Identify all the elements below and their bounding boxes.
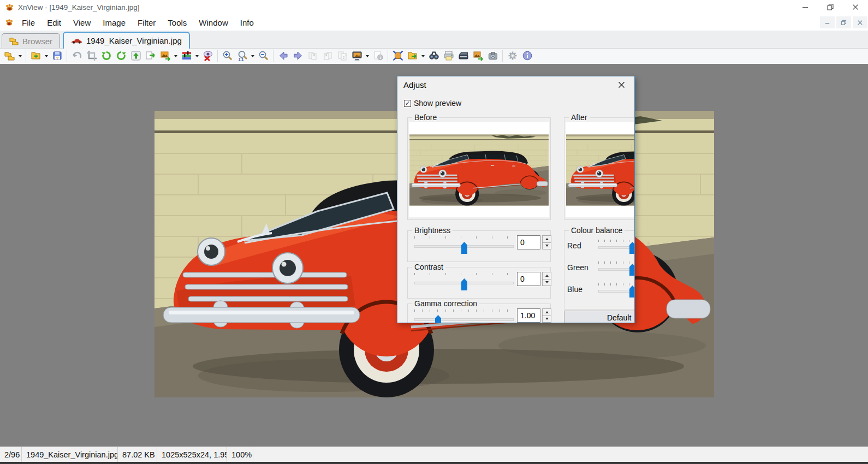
- gamma-correction-slider-track[interactable]: [414, 318, 514, 321]
- default-button[interactable]: Default: [564, 311, 635, 323]
- status-segment: 2/96: [0, 447, 22, 462]
- brightness-spin-down-button[interactable]: [542, 242, 551, 250]
- previous-image-icon: [278, 50, 289, 61]
- scan-button[interactable]: [456, 49, 471, 62]
- slideshow-button[interactable]: [349, 49, 364, 62]
- gamma-correction-slider-thumb[interactable]: [435, 315, 441, 323]
- rotate-left-button[interactable]: [99, 49, 114, 62]
- print-icon: [443, 50, 454, 61]
- page-select-button[interactable]: 23: [335, 49, 349, 62]
- rotate-right-button[interactable]: [114, 49, 128, 62]
- contrast-ticks: [414, 273, 508, 275]
- brightness-slider-thumb[interactable]: [461, 242, 467, 254]
- gamma-correction-value-input[interactable]: [517, 308, 540, 323]
- status-segment: 1025x525x24, 1.95: [157, 447, 227, 462]
- zoom-1-1-dropdown[interactable]: [249, 49, 256, 62]
- zoom-out-button[interactable]: [256, 49, 271, 62]
- color-adjust-dropdown[interactable]: [194, 49, 200, 62]
- brightness-value-input[interactable]: [517, 235, 540, 249]
- search-icon: [429, 50, 439, 61]
- undo-button[interactable]: [69, 49, 84, 62]
- brightness-spin-up-button[interactable]: [542, 235, 551, 243]
- mdi-minimize-button[interactable]: [820, 16, 835, 28]
- window-title: XnView - [1949_Kaiser_Virginian.jpg]: [18, 3, 139, 11]
- batch-convert-button[interactable]: [158, 49, 173, 62]
- close-button[interactable]: [843, 0, 868, 14]
- green-slider-track[interactable]: [598, 268, 635, 271]
- tab-browser[interactable]: Browser: [2, 33, 60, 48]
- mdi-close-button[interactable]: [853, 16, 867, 28]
- convert-button[interactable]: [143, 49, 158, 62]
- chevron-down-icon: [251, 55, 254, 59]
- about-button[interactable]: [520, 49, 534, 62]
- last-image-button[interactable]: [320, 49, 335, 62]
- tab-1949-kaiser-virginian-jpg[interactable]: 1949_Kaiser_Virginian.jpg: [63, 32, 190, 49]
- maximize-button[interactable]: [818, 0, 843, 14]
- move-up-button[interactable]: [128, 49, 143, 62]
- adjust-dialog: Adjust ✓ Show preview Before After Brigh…: [397, 76, 635, 323]
- save-button[interactable]: ?: [50, 49, 64, 62]
- zoom-in-button[interactable]: [220, 49, 235, 62]
- down-arrow-icon: [545, 245, 549, 248]
- green-slider-thumb[interactable]: [629, 264, 635, 276]
- red-slider-thumb[interactable]: [629, 242, 635, 254]
- adjust-dialog-close-icon[interactable]: [616, 79, 627, 90]
- blue-slider-thumb[interactable]: [629, 285, 635, 298]
- contrast-value-input[interactable]: [517, 272, 540, 286]
- mdi-restore-button[interactable]: [836, 16, 851, 28]
- open-folder-dropdown[interactable]: [43, 49, 50, 62]
- contrast-slider-thumb[interactable]: [461, 278, 467, 290]
- title-bar: XnView - [1949_Kaiser_Virginian.jpg]: [0, 0, 868, 14]
- open-folder-button[interactable]: [28, 49, 43, 62]
- gamma-correction-spin-down-button[interactable]: [542, 316, 551, 323]
- next-image-button[interactable]: [290, 49, 305, 62]
- gamma-correction-spin-up-button[interactable]: [542, 308, 551, 316]
- menu-edit[interactable]: Edit: [41, 14, 67, 31]
- first-image-button[interactable]: [305, 49, 320, 62]
- zoom-1-1-button[interactable]: 1:1: [235, 49, 249, 62]
- previous-image-button[interactable]: [276, 49, 290, 62]
- crop-button[interactable]: [84, 49, 99, 62]
- show-preview-checkbox[interactable]: ✓: [404, 100, 411, 107]
- after-group: After: [564, 117, 635, 220]
- export-image-button[interactable]: [471, 49, 485, 62]
- red-slider-track[interactable]: [598, 246, 635, 249]
- slideshow-dropdown[interactable]: [364, 49, 371, 62]
- contrast-spin-down-button[interactable]: [542, 279, 551, 287]
- settings-button[interactable]: [505, 49, 520, 62]
- menu-info[interactable]: Info: [234, 14, 260, 31]
- status-segment-empty: [253, 447, 868, 462]
- capture-button[interactable]: [485, 49, 500, 62]
- adjust-dialog-titlebar[interactable]: Adjust: [397, 76, 634, 93]
- chevron-down-icon: [421, 55, 425, 59]
- down-arrow-icon: [545, 281, 549, 285]
- batch-convert-dropdown[interactable]: [173, 49, 179, 62]
- open-with-dropdown[interactable]: [420, 49, 426, 62]
- menu-filter[interactable]: Filter: [132, 14, 162, 31]
- gamma-correction-ticks: [414, 310, 508, 312]
- open-with-button[interactable]: [405, 49, 420, 62]
- menu-view[interactable]: View: [67, 14, 97, 31]
- menu-file[interactable]: File: [16, 14, 41, 31]
- browser-tree-button[interactable]: [2, 49, 17, 62]
- file-info-button[interactable]: i: [371, 49, 385, 62]
- minimize-button[interactable]: [793, 0, 818, 14]
- document-logo-icon: [5, 18, 14, 27]
- search-button[interactable]: [426, 49, 441, 62]
- menu-window[interactable]: Window: [193, 14, 234, 31]
- svg-text:1:1: 1:1: [238, 57, 243, 61]
- menu-image[interactable]: Image: [97, 14, 132, 31]
- browser-tree-dropdown[interactable]: [17, 49, 23, 62]
- red-eye-button[interactable]: [200, 49, 215, 62]
- page-select-icon: 23: [337, 50, 348, 61]
- blue-slider-track[interactable]: [598, 290, 635, 293]
- contrast-spin-up-button[interactable]: [542, 272, 551, 279]
- menu-tools[interactable]: Tools: [162, 14, 193, 31]
- chevron-down-icon: [45, 55, 48, 59]
- color-adjust-button[interactable]: [179, 49, 194, 62]
- print-button[interactable]: [441, 49, 456, 62]
- fullscreen-button[interactable]: [390, 49, 405, 62]
- capture-icon: [487, 50, 498, 61]
- xnview-logo-icon: [5, 3, 14, 12]
- rotate-left-icon: [101, 50, 112, 61]
